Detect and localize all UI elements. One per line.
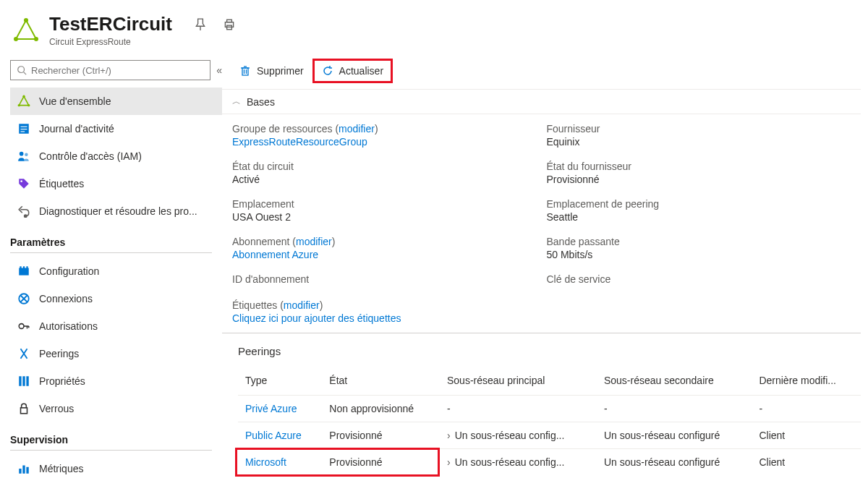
section-supervision: Supervision xyxy=(10,422,212,451)
sidebar-item-metriques[interactable]: Métriques xyxy=(10,455,222,482)
iam-icon xyxy=(17,150,30,163)
delete-button[interactable]: Supprimer xyxy=(232,61,311,81)
sidebar-item-overview[interactable]: Vue d'ensemble xyxy=(10,88,222,115)
peering-secondary: Un sous-réseau configuré xyxy=(597,422,752,449)
svg-point-2 xyxy=(34,37,38,41)
svg-marker-9 xyxy=(19,96,29,105)
prop-label: Bande passante xyxy=(547,236,847,247)
svg-marker-0 xyxy=(16,20,36,39)
prop-value: Seattle xyxy=(547,211,847,223)
sidebar-item-autorisations[interactable]: Autorisations xyxy=(10,312,222,340)
svg-point-18 xyxy=(25,153,28,157)
svg-point-11 xyxy=(27,104,30,106)
peering-primary: › Un sous-réseau config... xyxy=(440,449,597,476)
sidebar-item-verrous[interactable]: Verrous xyxy=(10,395,222,422)
sidebar-item-proprietes[interactable]: Propriétés xyxy=(10,367,222,395)
svg-point-20 xyxy=(25,215,27,217)
svg-rect-37 xyxy=(22,466,25,474)
svg-rect-34 xyxy=(26,376,28,386)
prop-label: ID d'abonnement xyxy=(232,273,532,285)
refresh-button[interactable]: Actualiser xyxy=(312,59,393,83)
prop-value: ExpressRouteResourceGroup xyxy=(232,136,532,148)
add-tags-link[interactable]: Cliquez ici pour ajouter des étiquettes xyxy=(232,312,401,324)
svg-point-12 xyxy=(18,104,20,106)
sidebar-item-iam[interactable]: Contrôle d'accès (IAM) xyxy=(10,142,222,170)
svg-rect-32 xyxy=(19,376,21,386)
svg-point-10 xyxy=(22,95,25,98)
section-parametres: Paramètres xyxy=(10,225,212,253)
sidebar-item-peerings[interactable]: Peerings xyxy=(10,340,222,367)
pin-icon[interactable] xyxy=(194,18,207,31)
svg-rect-35 xyxy=(21,408,27,414)
peerings-title: Peerings xyxy=(238,345,861,357)
sidebar-item-diagnose[interactable]: Diagnostiquer et résoudre les pro... xyxy=(10,197,222,225)
chevron-up-icon: ︿ xyxy=(232,95,241,108)
svg-point-28 xyxy=(19,324,24,329)
sidebar: « Vue d'ensemble Journal d'activité Cont… xyxy=(0,53,222,482)
prop-label: Abonnement (modifier) xyxy=(232,236,532,247)
search-input[interactable] xyxy=(31,65,204,76)
col-header: Type xyxy=(238,369,322,396)
sidebar-item-configuration[interactable]: Configuration xyxy=(10,257,222,285)
svg-point-19 xyxy=(20,180,22,182)
peering-type[interactable]: Microsoft xyxy=(238,449,322,476)
peering-last: Client xyxy=(752,449,861,476)
prop-label: Emplacement de peering xyxy=(547,198,847,210)
diagnose-icon xyxy=(17,205,30,218)
tags-icon xyxy=(17,177,30,190)
svg-point-7 xyxy=(18,67,25,73)
col-header: Sous-réseau secondaire xyxy=(597,369,752,396)
sidebar-item-label: Vue d'ensemble xyxy=(39,95,111,107)
delete-label: Supprimer xyxy=(257,65,304,77)
table-row[interactable]: Privé AzureNon approvisionné--- xyxy=(238,396,861,422)
sidebar-item-label: Journal d'activité xyxy=(39,123,114,135)
sidebar-item-activity-log[interactable]: Journal d'activité xyxy=(10,115,222,142)
peering-type[interactable]: Privé Azure xyxy=(238,396,322,422)
print-icon[interactable] xyxy=(223,18,236,31)
collapse-sidebar-icon[interactable]: « xyxy=(216,64,222,76)
prop-label: Fournisseur xyxy=(547,123,847,135)
table-row[interactable]: Public AzureProvisionné› Un sous-réseau … xyxy=(238,422,861,449)
sidebar-item-label: Diagnostiquer et résoudre les pro... xyxy=(39,205,197,217)
svg-rect-33 xyxy=(22,376,25,386)
peering-type[interactable]: Public Azure xyxy=(238,422,322,449)
expressroute-icon xyxy=(13,17,39,43)
sidebar-item-label: Métriques xyxy=(39,463,83,474)
modify-link[interactable]: modifier xyxy=(339,123,375,135)
config-icon xyxy=(17,265,30,278)
peering-state: Non approvisionné xyxy=(322,396,440,422)
search-input-wrap[interactable] xyxy=(10,60,210,80)
peerings-table: TypeÉtatSous-réseau principalSous-réseau… xyxy=(238,369,861,475)
properties-icon xyxy=(17,375,30,388)
trash-icon xyxy=(239,65,251,77)
prop-label: Groupe de ressources (modifier) xyxy=(232,123,532,135)
svg-point-17 xyxy=(20,152,24,156)
sidebar-item-label: Connexions xyxy=(39,293,93,304)
peering-last: - xyxy=(752,396,861,422)
sidebar-item-connexions[interactable]: Connexions xyxy=(10,285,222,312)
svg-rect-36 xyxy=(19,469,21,474)
svg-rect-21 xyxy=(19,268,29,276)
tags-modify-link[interactable]: modifier xyxy=(284,299,320,311)
svg-rect-15 xyxy=(21,129,27,129)
modify-link[interactable]: modifier xyxy=(296,236,332,247)
bases-toggle[interactable]: ︿ Bases xyxy=(222,89,861,114)
svg-rect-38 xyxy=(26,467,28,474)
table-row[interactable]: MicrosoftProvisionné› Un sous-réseau con… xyxy=(238,449,861,476)
sidebar-item-label: Verrous xyxy=(39,403,74,414)
activity-log-icon xyxy=(17,122,30,135)
col-header: Sous-réseau principal xyxy=(440,369,597,396)
bases-label: Bases xyxy=(247,96,275,108)
sidebar-item-label: Propriétés xyxy=(39,375,85,387)
page-title: TestERCircuit xyxy=(49,13,172,35)
svg-rect-23 xyxy=(23,266,25,268)
prop-label: Clé de service xyxy=(547,273,847,285)
sidebar-item-tags[interactable]: Étiquettes xyxy=(10,170,222,197)
locks-icon xyxy=(17,402,30,415)
sidebar-item-label: Peerings xyxy=(39,348,79,359)
prop-label: État du circuit xyxy=(232,161,532,172)
refresh-icon xyxy=(322,65,333,77)
peering-primary: › Un sous-réseau config... xyxy=(440,422,597,449)
svg-rect-24 xyxy=(26,266,27,268)
chevron-right-icon: › xyxy=(447,456,451,468)
